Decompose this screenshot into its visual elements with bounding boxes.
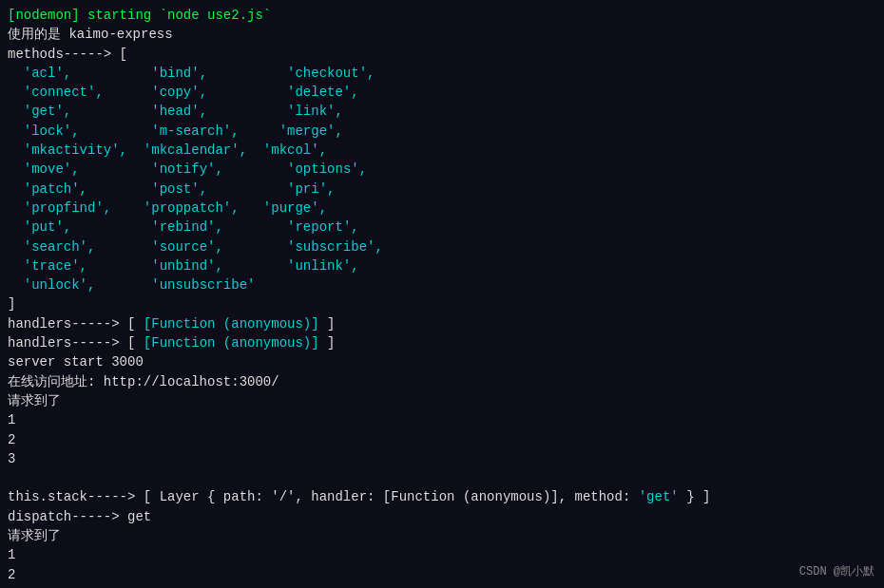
terminal-line: 请求到了 bbox=[8, 391, 876, 410]
terminal-line: 在线访问地址: http://localhost:3000/ bbox=[8, 372, 876, 391]
terminal-line: 'connect', 'copy', 'delete', bbox=[8, 83, 876, 102]
watermark: CSDN @凯小默 bbox=[799, 564, 874, 580]
terminal-line: 请求到了 bbox=[8, 526, 876, 545]
terminal-line: server start 3000 bbox=[8, 352, 876, 371]
terminal-line: 使用的是 kaimo-express bbox=[8, 25, 876, 44]
terminal-line: 'patch', 'post', 'pri', bbox=[8, 180, 876, 199]
terminal-line bbox=[8, 468, 876, 487]
terminal-line: 'lock', 'm-search', 'merge', bbox=[8, 122, 876, 141]
terminal-line: handlers-----> [ [Function (anonymous)] … bbox=[8, 314, 876, 333]
terminal-line: 1 bbox=[8, 545, 876, 564]
terminal-line: this.stack-----> [ Layer { path: '/', ha… bbox=[8, 487, 876, 506]
terminal-line: 3 bbox=[8, 449, 876, 468]
terminal-line: 'get', 'head', 'link', bbox=[8, 102, 876, 121]
terminal-line: handlers-----> [ [Function (anonymous)] … bbox=[8, 333, 876, 352]
terminal-line: 'trace', 'unbind', 'unlink', bbox=[8, 256, 876, 275]
terminal-line: 'acl', 'bind', 'checkout', bbox=[8, 64, 876, 83]
terminal-line: 'propfind', 'proppatch', 'purge', bbox=[8, 199, 876, 218]
terminal-line: ] bbox=[8, 294, 876, 313]
terminal-line: 3 bbox=[8, 584, 876, 588]
terminal-line: 'move', 'notify', 'options', bbox=[8, 160, 876, 179]
terminal-line: 'unlock', 'unsubscribe' bbox=[8, 275, 876, 294]
terminal-line: 1 bbox=[8, 410, 876, 429]
terminal: [nodemon] starting `node use2.js`使用的是 ka… bbox=[0, 0, 884, 588]
terminal-line: [nodemon] starting `node use2.js` bbox=[8, 6, 876, 25]
terminal-line: 'mkactivity', 'mkcalendar', 'mkcol', bbox=[8, 141, 876, 160]
terminal-line: dispatch-----> get bbox=[8, 507, 876, 526]
terminal-line: 'put', 'rebind', 'report', bbox=[8, 218, 876, 237]
terminal-line: methods-----> [ bbox=[8, 45, 876, 64]
terminal-line: 'search', 'source', 'subscribe', bbox=[8, 237, 876, 256]
terminal-line: 2 bbox=[8, 565, 876, 584]
terminal-line: 2 bbox=[8, 430, 876, 449]
